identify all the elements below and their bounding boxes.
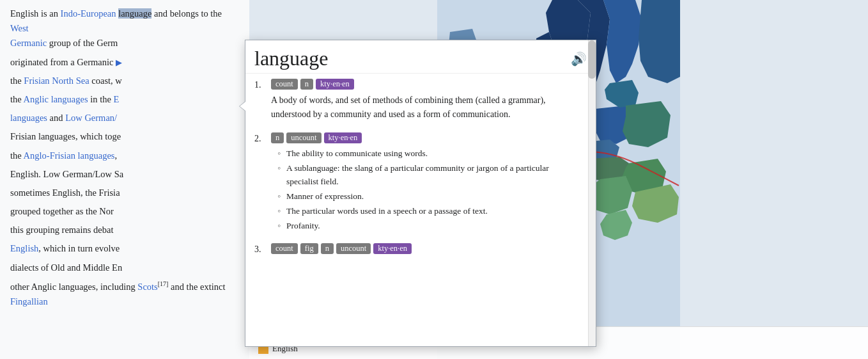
def-number-1: 1.: [254, 79, 266, 90]
link-english[interactable]: English: [10, 243, 38, 253]
link-scots[interactable]: Scots: [137, 282, 157, 292]
link-frisian-north-sea[interactable]: Frisian North Sea: [24, 76, 89, 86]
link-anglic-languages[interactable]: Anglic languages: [24, 94, 88, 104]
tag-n-3: n: [321, 243, 334, 254]
link-low-german[interactable]: Low German/: [65, 113, 117, 123]
tag-fig-3: fig: [300, 243, 318, 254]
dictionary-popup: language 🔊 1. count n kty·en·en A body o…: [245, 40, 596, 347]
bullet-2-3: Manner of expression.: [277, 190, 583, 203]
link-indo-european[interactable]: Indo-European: [61, 8, 116, 19]
link-e[interactable]: E: [114, 94, 120, 104]
popup-header: language 🔊: [245, 40, 596, 74]
link-languages[interactable]: languages: [10, 113, 47, 123]
popup-arrow: [239, 101, 245, 111]
article-text-panel: English is an Indo-European language and…: [0, 0, 249, 359]
tag-phonetic-2: kty·en·en: [324, 132, 362, 143]
definition-1: 1. count n kty·en·en A body of words, an…: [254, 79, 583, 124]
def-3-tags: count fig n uncount kty·en·en: [271, 243, 412, 254]
tag-n-2: n: [271, 132, 284, 143]
bullet-2-1: The ability to communicate using words.: [277, 147, 583, 161]
def-2-bullets: The ability to communicate using words. …: [277, 147, 583, 233]
definition-3: 3. count fig n uncount kty·en·en: [254, 243, 583, 258]
def-1-tags: count n kty·en·en: [271, 79, 583, 90]
def-1-text: A body of words, and set of methods of c…: [271, 93, 583, 121]
bullet-2-4: The particular words used in a speech or…: [277, 205, 583, 218]
tag-uncount-2: uncount: [286, 132, 321, 143]
bullet-2-5: Profanity.: [277, 219, 583, 233]
scrollbar-thumb[interactable]: [588, 40, 596, 79]
tag-count-1: count: [271, 79, 298, 90]
page-wrapper: English is an Indo-European language and…: [0, 0, 868, 359]
tag-n-1: n: [300, 79, 313, 90]
tag-uncount-3: uncount: [336, 243, 371, 254]
definition-2: 2. n uncount kty·en·en The ability to co…: [254, 132, 583, 234]
popup-title: language: [254, 47, 329, 70]
link-anglo-frisian[interactable]: Anglo-Frisian languages: [24, 150, 115, 161]
def-number-2: 2.: [254, 132, 266, 144]
bullet-2-2: A sublanguage: the slang of a particular…: [277, 162, 583, 189]
link-west-germanic[interactable]: WestGermanic: [10, 23, 47, 48]
link-fingallian[interactable]: Fingallian: [10, 296, 48, 307]
sound-icon[interactable]: 🔊: [571, 51, 587, 67]
tag-count-3: count: [271, 243, 298, 254]
highlighted-language: language: [118, 8, 151, 19]
def-2-tags: n uncount kty·en·en: [271, 132, 583, 143]
scrollbar-track[interactable]: [588, 40, 596, 346]
popup-body: 1. count n kty·en·en A body of words, an…: [245, 74, 596, 346]
tag-phonetic-1: kty·en·en: [316, 79, 354, 90]
def-number-3: 3.: [254, 243, 266, 255]
tag-phonetic-3: kty·en·en: [373, 243, 412, 254]
